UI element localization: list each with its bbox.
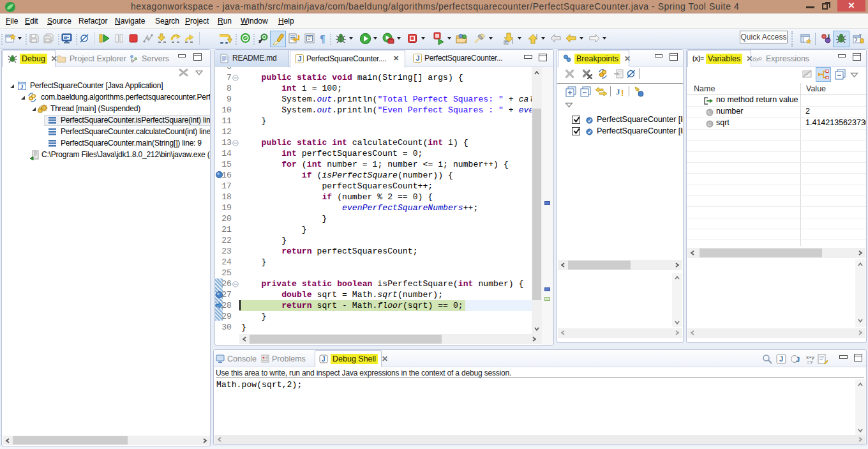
svg-text:J: J	[827, 33, 830, 40]
svg-text:=?: =?	[807, 360, 813, 365]
svg-text:L: L	[708, 110, 711, 116]
svg-text:J: J	[298, 55, 302, 63]
svg-text:¶: ¶	[320, 33, 326, 44]
svg-text:J: J	[20, 84, 24, 90]
svg-text:!: !	[621, 88, 624, 97]
svg-text:L: L	[708, 121, 711, 127]
svg-text:6x: 6x	[752, 55, 760, 63]
svg-text:J: J	[796, 356, 800, 363]
svg-text:J: J	[416, 54, 420, 62]
svg-text:J: J	[779, 355, 783, 363]
svg-text:J: J	[616, 87, 620, 96]
